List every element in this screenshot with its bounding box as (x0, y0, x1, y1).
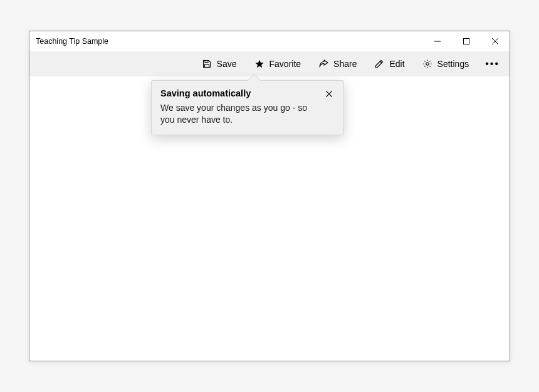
settings-label: Settings (437, 59, 469, 69)
share-icon (318, 59, 328, 69)
favorite-button[interactable]: Favorite (246, 51, 310, 76)
svg-rect-4 (205, 61, 208, 63)
window-controls (423, 31, 510, 51)
edit-icon (374, 59, 384, 69)
save-icon (202, 59, 212, 69)
teaching-tip: Saving automatically We save your change… (151, 80, 344, 135)
edit-button[interactable]: Edit (365, 51, 413, 76)
close-icon (492, 38, 498, 44)
star-icon (254, 59, 264, 69)
share-button[interactable]: Share (310, 51, 365, 76)
settings-button[interactable]: Settings (414, 51, 478, 76)
teaching-tip-close-button[interactable] (322, 87, 336, 101)
window-title: Teaching Tip Sample (29, 37, 108, 46)
svg-line-6 (380, 61, 382, 63)
close-icon (326, 90, 332, 99)
save-button[interactable]: Save (193, 51, 246, 76)
teaching-tip-title: Saving automatically (160, 88, 251, 98)
teaching-tip-subtitle: We save your changes as you go - so you … (160, 102, 323, 126)
more-button[interactable]: ••• (478, 51, 507, 76)
app-window: Teaching Tip Sample (29, 31, 510, 361)
minimize-button[interactable] (423, 31, 452, 51)
close-window-button[interactable] (481, 31, 510, 51)
svg-rect-1 (464, 39, 469, 44)
svg-point-7 (426, 63, 428, 65)
minimize-icon (434, 38, 441, 44)
maximize-icon (463, 38, 469, 44)
gear-icon (422, 59, 432, 69)
stage: Teaching Tip Sample (0, 0, 539, 392)
more-icon: ••• (485, 59, 500, 69)
share-label: Share (333, 59, 357, 69)
teaching-tip-header: Saving automatically (160, 88, 335, 101)
save-label: Save (217, 59, 237, 69)
titlebar: Teaching Tip Sample (29, 31, 510, 51)
maximize-button[interactable] (452, 31, 481, 51)
favorite-label: Favorite (270, 59, 301, 69)
edit-label: Edit (389, 59, 404, 69)
svg-rect-5 (204, 64, 209, 68)
commandbar: Save Favorite Share (29, 51, 510, 76)
